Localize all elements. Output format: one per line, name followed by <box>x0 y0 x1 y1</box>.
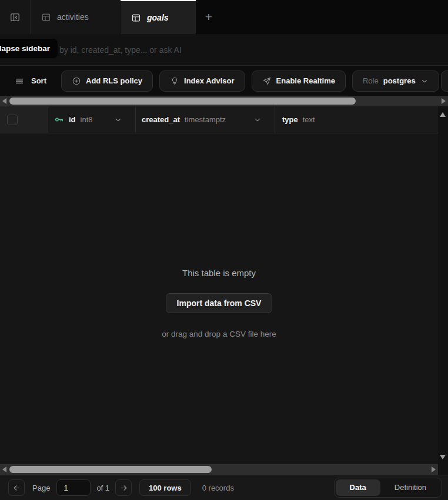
index-advisor-label: Index Advisor <box>184 76 234 85</box>
index-advisor-button[interactable]: Index Advisor <box>159 71 245 92</box>
select-all-cell <box>0 106 48 133</box>
scroll-left-arrow-icon[interactable] <box>2 467 6 472</box>
scroll-right-arrow-icon[interactable] <box>442 98 446 104</box>
tab-label: activities <box>57 12 89 22</box>
grid-header-row: id int8 created_at timestamptz typ <box>0 106 438 133</box>
view-toggle: Data Definition <box>334 478 442 498</box>
plus-icon: + <box>205 10 212 24</box>
page-number-input[interactable] <box>56 479 91 496</box>
column-menu-chevron-icon[interactable] <box>253 116 262 124</box>
panel-collapse-left-icon <box>9 12 21 23</box>
rows-per-page-button[interactable]: 100 rows <box>139 479 191 496</box>
role-value: postgres <box>383 76 416 85</box>
toolbar: Sort Add RLS policy Index Advisor <box>0 66 448 96</box>
scroll-down-arrow-icon[interactable] <box>440 455 446 459</box>
column-type: timestamptz <box>185 115 226 124</box>
column-name: id <box>69 115 76 124</box>
scrollbar-thumb[interactable] <box>9 466 212 473</box>
table-editor-window: activities goals + Filter by id, created… <box>0 0 448 500</box>
scroll-left-arrow-icon[interactable] <box>2 98 6 104</box>
column-type: int8 <box>81 115 93 124</box>
filter-bar[interactable]: Filter by id, created_at, type... or ask… <box>0 34 448 66</box>
column-name: created_at <box>142 115 180 124</box>
role-label: Role <box>363 76 379 85</box>
enable-realtime-button[interactable]: Enable Realtime <box>252 71 346 92</box>
arrow-right-icon <box>119 484 128 492</box>
next-page-button[interactable] <box>115 479 132 496</box>
column-header-type[interactable]: type text <box>275 106 438 133</box>
column-header-created-at[interactable]: created_at timestamptz <box>136 106 275 133</box>
column-name: type <box>282 115 298 124</box>
sort-button[interactable]: Sort <box>15 76 46 86</box>
add-rls-policy-label: Add RLS policy <box>86 76 142 85</box>
records-count: 0 records <box>202 484 234 492</box>
role-selector-button[interactable]: Role postgres <box>352 71 439 92</box>
view-toggle-definition[interactable]: Definition <box>380 479 440 496</box>
horizontal-scrollbar-bottom[interactable] <box>0 464 438 475</box>
export-button-partial[interactable] <box>441 71 448 92</box>
tab-bar: activities goals + <box>0 0 448 34</box>
broadcast-send-icon <box>262 76 272 86</box>
vertical-scrollbar[interactable] <box>438 106 448 475</box>
scroll-up-arrow-icon[interactable] <box>440 112 446 117</box>
data-grid: id int8 created_at timestamptz typ <box>0 106 448 475</box>
tab-label: goals <box>147 13 169 22</box>
tab-activities[interactable]: activities <box>31 0 121 34</box>
table-icon <box>131 13 141 23</box>
table-icon <box>41 12 51 22</box>
empty-state-title: This table is empty <box>182 268 256 278</box>
lightbulb-icon <box>170 76 179 86</box>
page-of-label: of 1 <box>96 484 109 492</box>
import-csv-button[interactable]: Import data from CSV <box>166 293 273 313</box>
column-type: text <box>303 115 315 124</box>
chevron-down-icon <box>420 77 429 85</box>
plus-circle-icon <box>72 76 81 86</box>
sort-label: Sort <box>31 76 46 85</box>
grid-body: This table is empty Import data from CSV… <box>0 133 438 464</box>
collapse-sidebar-tooltip: Collapse sidebar <box>0 39 58 58</box>
new-tab-button[interactable]: + <box>196 0 222 34</box>
horizontal-scrollbar-top[interactable] <box>0 96 448 106</box>
primary-key-icon <box>54 115 64 125</box>
scroll-right-arrow-icon[interactable] <box>432 467 436 472</box>
footer-bar: Page of 1 100 rows 0 records Data Defini… <box>0 475 448 500</box>
add-rls-policy-button[interactable]: Add RLS policy <box>61 71 153 92</box>
toolbar-wrap: Sort Add RLS policy Index Advisor <box>0 66 448 96</box>
filter-input-placeholder[interactable]: Filter by id, created_at, type... or ask… <box>39 45 182 55</box>
view-toggle-data[interactable]: Data <box>336 479 380 496</box>
collapse-sidebar-button[interactable] <box>0 0 31 34</box>
sort-list-icon <box>15 76 24 86</box>
select-all-checkbox[interactable] <box>7 115 18 125</box>
scrollbar-thumb[interactable] <box>9 98 356 105</box>
enable-realtime-label: Enable Realtime <box>276 76 335 85</box>
column-menu-chevron-icon[interactable] <box>114 116 122 124</box>
previous-page-button[interactable] <box>8 479 25 496</box>
arrow-left-icon <box>12 484 21 492</box>
page-label: Page <box>32 484 50 492</box>
tab-goals[interactable]: goals <box>121 0 196 34</box>
column-header-id[interactable]: id int8 <box>48 106 136 133</box>
csv-drop-hint: or drag and drop a CSV file here <box>162 330 276 338</box>
